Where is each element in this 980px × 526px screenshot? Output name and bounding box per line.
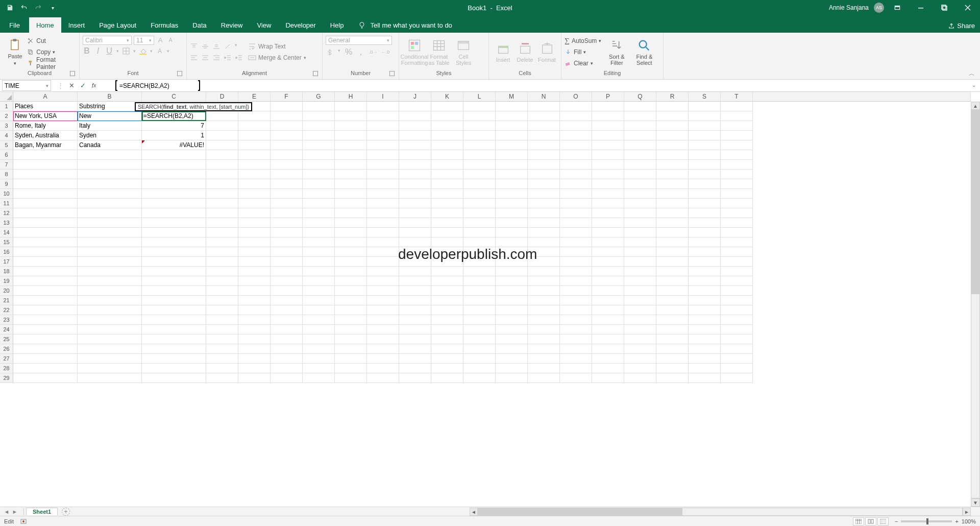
cell[interactable] (271, 170, 303, 179)
font-size-select[interactable]: 11▾ (134, 36, 154, 45)
cell[interactable]: Syden, Australia (13, 131, 78, 140)
cell[interactable] (335, 179, 367, 189)
cell[interactable] (592, 364, 624, 373)
cell[interactable] (689, 208, 721, 218)
cell[interactable] (624, 131, 656, 140)
cell[interactable] (142, 257, 206, 267)
cell[interactable] (592, 102, 624, 111)
cell[interactable] (721, 131, 753, 140)
cell[interactable] (13, 150, 78, 160)
worksheet-grid[interactable]: ABCDEFGHIJKLMNOPQRST 1234567891011121314… (0, 92, 980, 507)
column-header[interactable]: E (238, 92, 271, 102)
cell[interactable] (656, 315, 689, 325)
font-name-select[interactable]: Calibri▾ (83, 36, 132, 45)
cell[interactable] (78, 364, 142, 373)
cell[interactable] (335, 257, 367, 267)
cell[interactable] (463, 354, 496, 364)
cell[interactable] (431, 344, 463, 354)
cell[interactable] (528, 364, 560, 373)
cell[interactable] (13, 325, 78, 334)
column-header[interactable]: Q (624, 92, 656, 102)
cell[interactable] (367, 364, 399, 373)
cell[interactable] (335, 111, 367, 121)
cell[interactable] (656, 131, 689, 140)
cell[interactable] (431, 325, 463, 334)
cell[interactable] (463, 373, 496, 383)
cell[interactable] (271, 140, 303, 150)
row-header[interactable]: 10 (0, 189, 13, 199)
cell[interactable] (721, 179, 753, 189)
cell[interactable] (431, 111, 463, 121)
shrink-font-icon[interactable]: A (166, 36, 175, 44)
cell[interactable] (528, 334, 560, 344)
cell[interactable] (303, 218, 335, 228)
cell[interactable] (367, 276, 399, 286)
cell[interactable] (431, 189, 463, 199)
cell[interactable] (592, 140, 624, 150)
cell[interactable] (689, 276, 721, 286)
cell[interactable] (721, 150, 753, 160)
horizontal-scrollbar[interactable]: ◄ ► (470, 508, 971, 516)
cell[interactable] (528, 111, 560, 121)
cell[interactable] (689, 267, 721, 276)
cell[interactable] (528, 296, 560, 305)
cell[interactable] (367, 179, 399, 189)
cell[interactable] (721, 354, 753, 364)
zoom-slider[interactable] (901, 520, 952, 522)
avatar[interactable]: AS (874, 3, 884, 13)
cell[interactable] (271, 325, 303, 334)
cell[interactable] (689, 334, 721, 344)
cell[interactable] (78, 208, 142, 218)
column-header[interactable]: M (496, 92, 528, 102)
cell[interactable] (206, 199, 238, 208)
cell[interactable] (463, 208, 496, 218)
cell[interactable] (624, 364, 656, 373)
row-header[interactable]: 22 (0, 305, 13, 315)
cell[interactable] (206, 373, 238, 383)
cell[interactable] (624, 121, 656, 131)
cell[interactable] (399, 364, 431, 373)
row-header[interactable]: 27 (0, 354, 13, 364)
tab-developer[interactable]: Developer (278, 17, 323, 33)
cell[interactable] (592, 170, 624, 179)
cell[interactable] (271, 199, 303, 208)
cell[interactable] (592, 228, 624, 237)
cell[interactable] (656, 257, 689, 267)
column-header[interactable]: F (271, 92, 303, 102)
cell[interactable] (689, 218, 721, 228)
cell[interactable] (496, 189, 528, 199)
cell[interactable] (656, 228, 689, 237)
cell[interactable] (496, 296, 528, 305)
cell[interactable] (399, 179, 431, 189)
cell[interactable] (592, 199, 624, 208)
cell[interactable] (142, 373, 206, 383)
cell[interactable] (624, 247, 656, 257)
cell[interactable] (560, 247, 592, 257)
cell[interactable] (624, 170, 656, 179)
cell[interactable] (560, 228, 592, 237)
cell[interactable] (528, 131, 560, 140)
hscroll-track[interactable] (478, 508, 963, 516)
cell[interactable] (624, 111, 656, 121)
cell[interactable] (496, 276, 528, 286)
cell[interactable] (303, 257, 335, 267)
cell[interactable] (78, 267, 142, 276)
cell[interactable] (624, 160, 656, 170)
cell[interactable] (656, 111, 689, 121)
cell[interactable] (560, 325, 592, 334)
cell[interactable] (656, 140, 689, 150)
cell[interactable] (271, 247, 303, 257)
column-header[interactable]: I (367, 92, 399, 102)
cell[interactable] (592, 286, 624, 296)
cell[interactable] (528, 121, 560, 131)
cell[interactable] (656, 286, 689, 296)
cell[interactable] (271, 296, 303, 305)
cell[interactable] (496, 325, 528, 334)
cell[interactable] (689, 160, 721, 170)
cell[interactable] (206, 121, 238, 131)
cell[interactable] (592, 237, 624, 247)
row-header[interactable]: 4 (0, 131, 13, 140)
dec-decimal-icon[interactable]: ←.0 (381, 48, 389, 56)
cell[interactable] (399, 140, 431, 150)
cell[interactable] (271, 121, 303, 131)
